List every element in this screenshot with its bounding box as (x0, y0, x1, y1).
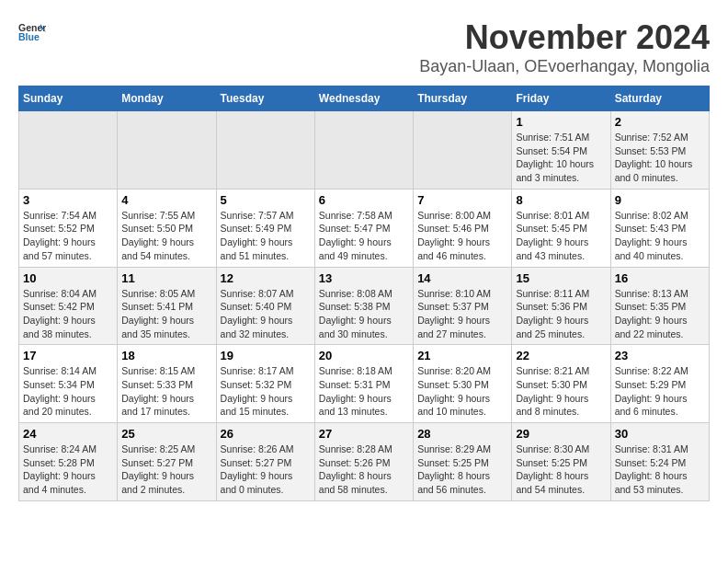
calendar-cell: 11Sunrise: 8:05 AMSunset: 5:41 PMDayligh… (118, 267, 216, 345)
calendar-cell: 3Sunrise: 7:54 AMSunset: 5:52 PMDaylight… (19, 189, 118, 267)
calendar-cell: 15Sunrise: 8:11 AMSunset: 5:36 PMDayligh… (512, 267, 610, 345)
cell-info: Sunrise: 7:57 AMSunset: 5:49 PMDaylight:… (221, 209, 311, 263)
logo-svg: General Blue (18, 18, 46, 46)
calendar-cell: 26Sunrise: 8:26 AMSunset: 5:27 PMDayligh… (216, 423, 314, 501)
calendar-cell: 10Sunrise: 8:04 AMSunset: 5:42 PMDayligh… (19, 267, 118, 345)
calendar-cell: 23Sunrise: 8:22 AMSunset: 5:29 PMDayligh… (610, 345, 709, 423)
calendar-cell: 18Sunrise: 8:15 AMSunset: 5:33 PMDayligh… (118, 345, 216, 423)
calendar-cell: 24Sunrise: 8:24 AMSunset: 5:28 PMDayligh… (19, 423, 118, 501)
cell-info: Sunrise: 7:54 AMSunset: 5:52 PMDaylight:… (23, 209, 113, 263)
day-number: 16 (615, 271, 705, 285)
calendar-week-5: 24Sunrise: 8:24 AMSunset: 5:28 PMDayligh… (19, 423, 710, 501)
calendar-cell: 7Sunrise: 8:00 AMSunset: 5:46 PMDaylight… (414, 189, 512, 267)
cell-info: Sunrise: 8:10 AMSunset: 5:37 PMDaylight:… (417, 287, 507, 341)
cell-info: Sunrise: 7:51 AMSunset: 5:54 PMDaylight:… (516, 131, 606, 185)
cell-info: Sunrise: 8:07 AMSunset: 5:40 PMDaylight:… (221, 287, 311, 341)
calendar-cell: 16Sunrise: 8:13 AMSunset: 5:35 PMDayligh… (610, 267, 709, 345)
calendar-cell: 22Sunrise: 8:21 AMSunset: 5:30 PMDayligh… (512, 345, 610, 423)
cell-info: Sunrise: 8:15 AMSunset: 5:33 PMDaylight:… (121, 364, 211, 419)
cell-info: Sunrise: 8:14 AMSunset: 5:34 PMDaylight:… (23, 364, 113, 419)
calendar-cell: 17Sunrise: 8:14 AMSunset: 5:34 PMDayligh… (19, 345, 118, 423)
day-number: 10 (23, 271, 113, 285)
day-number: 20 (319, 349, 409, 362)
day-number: 12 (221, 271, 311, 285)
cell-info: Sunrise: 8:11 AMSunset: 5:36 PMDaylight:… (516, 287, 606, 341)
calendar-cell: 5Sunrise: 7:57 AMSunset: 5:49 PMDaylight… (216, 189, 314, 267)
calendar-week-3: 10Sunrise: 8:04 AMSunset: 5:42 PMDayligh… (19, 267, 710, 345)
cell-info: Sunrise: 8:22 AMSunset: 5:29 PMDaylight:… (615, 364, 705, 419)
calendar-cell (314, 111, 413, 190)
calendar-cell: 4Sunrise: 7:55 AMSunset: 5:50 PMDaylight… (118, 189, 216, 267)
day-number: 11 (121, 271, 211, 285)
calendar-cell (118, 111, 216, 190)
day-number: 23 (615, 349, 705, 362)
cell-info: Sunrise: 7:55 AMSunset: 5:50 PMDaylight:… (121, 209, 211, 263)
calendar-cell: 27Sunrise: 8:28 AMSunset: 5:26 PMDayligh… (314, 423, 413, 501)
svg-text:Blue: Blue (18, 31, 40, 42)
day-number: 2 (615, 115, 705, 129)
day-number: 19 (221, 349, 311, 362)
calendar-cell (19, 111, 118, 190)
calendar-cell: 28Sunrise: 8:29 AMSunset: 5:25 PMDayligh… (414, 423, 512, 501)
cell-info: Sunrise: 8:21 AMSunset: 5:30 PMDaylight:… (516, 364, 606, 419)
cell-info: Sunrise: 8:31 AMSunset: 5:24 PMDaylight:… (615, 442, 705, 497)
cell-info: Sunrise: 8:17 AMSunset: 5:32 PMDaylight:… (221, 364, 311, 419)
weekday-header-monday: Monday (118, 86, 216, 111)
day-number: 7 (417, 193, 507, 207)
day-number: 8 (516, 193, 606, 207)
calendar-cell: 19Sunrise: 8:17 AMSunset: 5:32 PMDayligh… (216, 345, 314, 423)
calendar-week-2: 3Sunrise: 7:54 AMSunset: 5:52 PMDaylight… (19, 189, 710, 267)
cell-info: Sunrise: 8:01 AMSunset: 5:45 PMDaylight:… (516, 209, 606, 263)
weekday-header-row: SundayMondayTuesdayWednesdayThursdayFrid… (19, 86, 710, 111)
calendar-cell: 2Sunrise: 7:52 AMSunset: 5:53 PMDaylight… (610, 111, 709, 190)
cell-info: Sunrise: 8:28 AMSunset: 5:26 PMDaylight:… (319, 442, 409, 497)
day-number: 6 (319, 193, 409, 207)
calendar-cell (414, 111, 512, 190)
calendar-cell: 21Sunrise: 8:20 AMSunset: 5:30 PMDayligh… (414, 345, 512, 423)
title-section: November 2024 Bayan-Ulaan, OEvoerhangay,… (419, 18, 710, 76)
weekday-header-thursday: Thursday (414, 86, 512, 111)
weekday-header-saturday: Saturday (610, 86, 709, 111)
weekday-header-tuesday: Tuesday (216, 86, 314, 111)
calendar-cell: 6Sunrise: 7:58 AMSunset: 5:47 PMDaylight… (314, 189, 413, 267)
day-number: 13 (319, 271, 409, 285)
calendar-cell: 30Sunrise: 8:31 AMSunset: 5:24 PMDayligh… (610, 423, 709, 501)
calendar-cell: 1Sunrise: 7:51 AMSunset: 5:54 PMDaylight… (512, 111, 610, 190)
calendar-cell: 20Sunrise: 8:18 AMSunset: 5:31 PMDayligh… (314, 345, 413, 423)
day-number: 9 (615, 193, 705, 207)
page-subtitle: Bayan-Ulaan, OEvoerhangay, Mongolia (419, 57, 710, 76)
cell-info: Sunrise: 8:26 AMSunset: 5:27 PMDaylight:… (221, 442, 311, 497)
cell-info: Sunrise: 8:04 AMSunset: 5:42 PMDaylight:… (23, 287, 113, 341)
cell-info: Sunrise: 7:52 AMSunset: 5:53 PMDaylight:… (615, 131, 705, 185)
weekday-header-friday: Friday (512, 86, 610, 111)
cell-info: Sunrise: 8:08 AMSunset: 5:38 PMDaylight:… (319, 287, 409, 341)
cell-info: Sunrise: 8:20 AMSunset: 5:30 PMDaylight:… (417, 364, 507, 419)
day-number: 15 (516, 271, 606, 285)
calendar-cell: 13Sunrise: 8:08 AMSunset: 5:38 PMDayligh… (314, 267, 413, 345)
day-number: 27 (319, 427, 409, 441)
calendar-week-1: 1Sunrise: 7:51 AMSunset: 5:54 PMDaylight… (19, 111, 710, 190)
cell-info: Sunrise: 8:29 AMSunset: 5:25 PMDaylight:… (417, 442, 507, 497)
day-number: 26 (221, 427, 311, 441)
calendar-cell: 29Sunrise: 8:30 AMSunset: 5:25 PMDayligh… (512, 423, 610, 501)
day-number: 14 (417, 271, 507, 285)
cell-info: Sunrise: 8:00 AMSunset: 5:46 PMDaylight:… (417, 209, 507, 263)
cell-info: Sunrise: 8:18 AMSunset: 5:31 PMDaylight:… (319, 364, 409, 419)
day-number: 3 (23, 193, 113, 207)
page-title: November 2024 (419, 18, 710, 57)
calendar-cell: 12Sunrise: 8:07 AMSunset: 5:40 PMDayligh… (216, 267, 314, 345)
header: General Blue November 2024 Bayan-Ulaan, … (18, 18, 710, 76)
calendar-cell: 8Sunrise: 8:01 AMSunset: 5:45 PMDaylight… (512, 189, 610, 267)
weekday-header-sunday: Sunday (19, 86, 118, 111)
day-number: 24 (23, 427, 113, 441)
cell-info: Sunrise: 8:24 AMSunset: 5:28 PMDaylight:… (23, 442, 113, 497)
calendar-week-4: 17Sunrise: 8:14 AMSunset: 5:34 PMDayligh… (19, 345, 710, 423)
calendar-cell: 25Sunrise: 8:25 AMSunset: 5:27 PMDayligh… (118, 423, 216, 501)
cell-info: Sunrise: 8:02 AMSunset: 5:43 PMDaylight:… (615, 209, 705, 263)
calendar-cell: 9Sunrise: 8:02 AMSunset: 5:43 PMDaylight… (610, 189, 709, 267)
cell-info: Sunrise: 8:25 AMSunset: 5:27 PMDaylight:… (121, 442, 211, 497)
day-number: 25 (121, 427, 211, 441)
day-number: 1 (516, 115, 606, 129)
day-number: 28 (417, 427, 507, 441)
calendar-cell: 14Sunrise: 8:10 AMSunset: 5:37 PMDayligh… (414, 267, 512, 345)
